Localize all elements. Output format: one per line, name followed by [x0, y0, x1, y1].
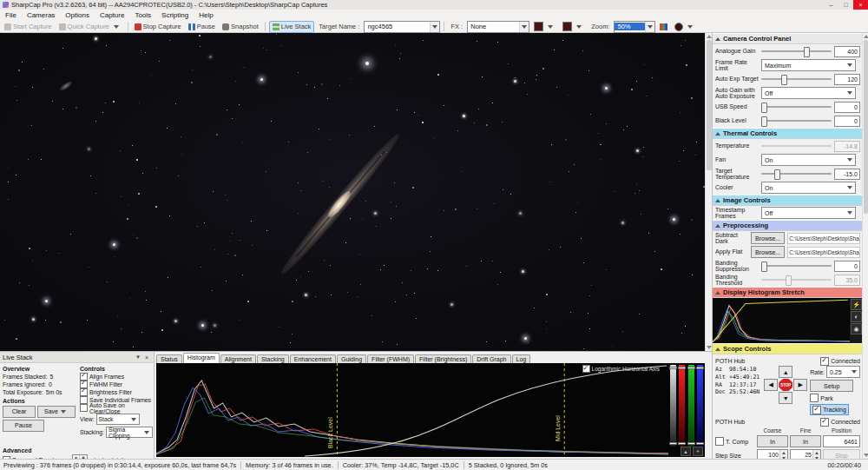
scroll-up-icon[interactable] — [864, 35, 868, 38]
fine-step-input[interactable]: 25 — [790, 449, 821, 459]
menu-options[interactable]: Options — [60, 11, 95, 19]
spinner-icons[interactable] — [812, 450, 820, 459]
coarse-step-input[interactable]: 100 — [757, 449, 788, 459]
green-slider[interactable] — [688, 365, 694, 447]
banding-suppression-slider[interactable] — [761, 261, 832, 270]
expand-button[interactable]: ▴ — [681, 447, 691, 456]
colour-swatch-button-1[interactable] — [531, 22, 558, 32]
tab-drift-graph[interactable]: Drift Graph — [472, 354, 510, 363]
scrollbar-thumb[interactable] — [864, 40, 868, 214]
menu-help[interactable]: Help — [194, 11, 218, 19]
auto-exp-target-slider[interactable] — [761, 75, 832, 83]
tab-alignment[interactable]: Alignment — [220, 354, 256, 363]
zoom-select[interactable]: 50% — [614, 21, 655, 33]
target-name-input[interactable]: ngc4565 — [364, 21, 440, 33]
maximize-button[interactable]: □ — [838, 0, 853, 10]
snapshot-button[interactable]: Snapshot — [220, 22, 261, 32]
pause-stack-button[interactable]: Pause — [3, 420, 44, 432]
camera-control-panel-header[interactable]: Camera Control Panel — [713, 33, 863, 44]
log-axis-checkbox[interactable]: Logarithmic Horizontal Axis — [582, 365, 660, 373]
auto-exp-target-value[interactable]: 120 — [834, 74, 860, 85]
fwhm-filter-checkbox[interactable]: FWHM Filter — [80, 381, 153, 388]
reticle-button[interactable] — [672, 22, 698, 32]
reset-stretch-button[interactable]: ◐ — [851, 311, 862, 322]
spinner-icons[interactable] — [779, 450, 787, 459]
usb-speed-value[interactable]: 0 — [834, 102, 860, 113]
slew-up-button[interactable]: ▲ — [779, 366, 792, 378]
preprocessing-header[interactable]: Preprocessing — [713, 220, 863, 231]
minimize-button[interactable]: – — [824, 0, 838, 10]
auto-stretch-button[interactable]: ⚡ — [851, 299, 862, 310]
clear-button[interactable]: Clear — [3, 406, 36, 418]
red-slider[interactable] — [679, 365, 685, 447]
close-button[interactable]: × — [853, 0, 868, 10]
auto-save-checkbox[interactable]: Auto Save on Clear/Close — [80, 404, 153, 412]
chevron-down-icon[interactable] — [519, 22, 529, 32]
save-button[interactable]: Save — [37, 406, 76, 418]
brightness-filter-checkbox[interactable]: Brightness Filter — [80, 388, 153, 396]
menu-tools[interactable]: Tools — [129, 11, 156, 19]
luminance-slider[interactable] — [670, 365, 676, 447]
banding-suppression-value[interactable]: 0 — [834, 261, 860, 272]
chevron-down-icon[interactable] — [430, 22, 439, 32]
menu-cameras[interactable]: Cameras — [22, 11, 60, 19]
pause-button[interactable]: Pause — [186, 22, 218, 32]
tab-histogram[interactable]: Histogram — [183, 353, 220, 363]
focus-in-fine-button[interactable]: In — [790, 435, 821, 447]
usb-speed-slider[interactable] — [761, 103, 832, 111]
fx-select[interactable]: None — [467, 21, 529, 33]
frame-rate-select[interactable]: Maximum — [761, 59, 856, 71]
align-frames-checkbox[interactable]: Align Frames — [80, 373, 153, 381]
add-button[interactable]: + — [693, 447, 703, 456]
tab-stacking[interactable]: Stacking — [257, 354, 289, 363]
blue-slider[interactable] — [697, 365, 703, 447]
close-icon[interactable]: × — [142, 354, 151, 361]
tab-filter-brightness[interactable]: Filter (Brightness) — [415, 354, 471, 363]
analogue-gain-slider[interactable] — [761, 47, 832, 56]
target-temperature-slider[interactable] — [761, 169, 832, 178]
black-level-slider[interactable] — [761, 116, 832, 125]
menu-scripting[interactable]: Scripting — [156, 11, 194, 19]
target-temperature-value[interactable]: -15.0 — [834, 169, 860, 180]
image-controls-header[interactable]: Image Controls — [713, 195, 863, 206]
scroll-down-icon[interactable] — [864, 453, 868, 457]
apply-flat-browse-button[interactable]: Browse... — [751, 246, 785, 258]
scope-controls-header[interactable]: Scope Controls — [713, 343, 863, 354]
park-checkbox[interactable]: Park — [810, 394, 860, 402]
slew-left-button[interactable]: ◀ — [764, 379, 778, 391]
slew-down-button[interactable]: ▼ — [779, 392, 792, 404]
subtract-dark-browse-button[interactable]: Browse... — [751, 232, 785, 244]
eye-button[interactable]: ◉ — [851, 323, 862, 334]
scope-connected-checkbox[interactable]: Connected — [820, 357, 860, 366]
black-level-value[interactable]: 0 — [834, 116, 860, 127]
tracking-checkbox[interactable]: Tracking — [810, 404, 849, 415]
live-stack-button[interactable]: Live Stack — [269, 21, 315, 33]
slew-stop-button[interactable]: STOP — [779, 379, 792, 391]
histogram-toggle-button[interactable] — [657, 22, 670, 32]
focuser-connected-checkbox[interactable]: Connected — [820, 418, 860, 427]
stacking-select[interactable]: Sigma Clipping — [106, 427, 153, 438]
menu-capture[interactable]: Capture — [95, 11, 129, 19]
chevron-down-icon[interactable] — [645, 22, 654, 32]
view-select[interactable]: Stack — [96, 414, 140, 425]
focus-in-coarse-button[interactable]: In — [757, 435, 788, 447]
display-histogram-stretch[interactable]: ⚡ ◐ ◉ — [713, 298, 863, 343]
scope-setup-button[interactable]: Setup — [810, 380, 853, 392]
slew-right-button[interactable]: ▶ — [793, 379, 807, 391]
colour-swatch-button-2[interactable] — [560, 22, 587, 32]
tab-log[interactable]: Log — [512, 354, 531, 363]
analogue-gain-value[interactable]: 400 — [834, 46, 860, 57]
t-comp-checkbox[interactable]: T. Comp — [715, 437, 755, 446]
display-histogram-stretch-header[interactable]: Display Histogram Stretch — [713, 287, 863, 298]
pin-icon[interactable]: ▾ — [134, 354, 142, 361]
timestamp-frames-select[interactable]: Off — [761, 207, 856, 219]
fan-select[interactable]: On — [761, 154, 856, 166]
quick-capture-button[interactable]: Quick Capture — [56, 22, 124, 32]
thermal-controls-header[interactable]: Thermal Controls — [713, 128, 863, 139]
tab-status[interactable]: Status — [156, 354, 182, 363]
tab-enhancement[interactable]: Enhancement — [290, 354, 336, 363]
rate-select[interactable]: 0.25 — [826, 366, 860, 378]
cooler-select[interactable]: On — [761, 182, 856, 194]
menu-file[interactable]: File — [0, 11, 22, 19]
start-capture-button[interactable]: Start Capture — [2, 22, 55, 32]
